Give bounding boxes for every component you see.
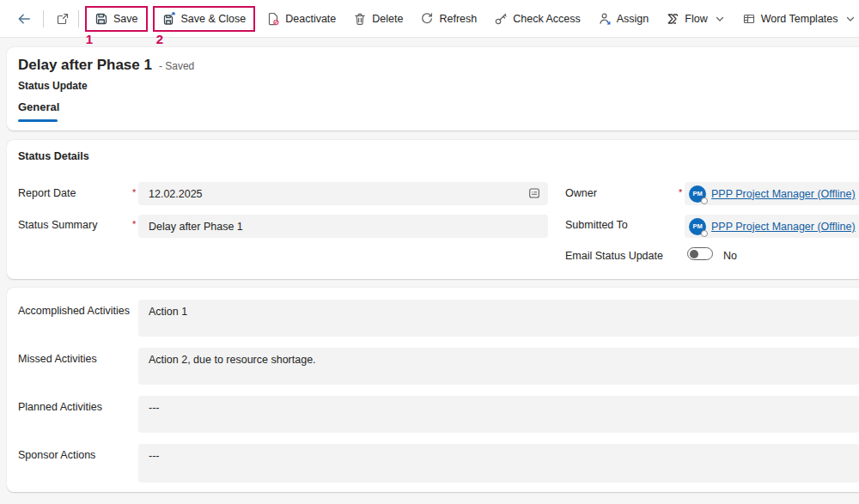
calendar-icon[interactable]	[527, 186, 541, 200]
assign-person-icon	[598, 12, 612, 26]
avatar-initials: PM	[692, 190, 702, 197]
flow-button[interactable]: Flow	[657, 6, 733, 32]
status-summary-value: Delay after Phase 1	[149, 221, 243, 233]
annotation-number-2: 2	[150, 32, 169, 46]
section-title: Status Details	[18, 150, 89, 162]
check-access-button[interactable]: Check Access	[485, 6, 589, 32]
avatar-initials: PM	[692, 222, 702, 230]
missed-activities-field[interactable]: Action 2, due to resource shortage.	[138, 348, 859, 385]
refresh-button-label: Refresh	[439, 13, 477, 25]
planned-activities-label: Planned Activities	[18, 401, 102, 413]
owner-link[interactable]: PPP Project Manager (Offline)	[711, 188, 856, 200]
sponsor-actions-value: ---	[149, 450, 160, 462]
toolbar-divider	[43, 10, 44, 27]
entity-name: Status Update	[18, 80, 88, 92]
tab-general[interactable]: General	[18, 100, 59, 113]
status-summary-field[interactable]: Delay after Phase 1	[138, 215, 548, 238]
deactivate-button-label: Deactivate	[285, 13, 336, 25]
submitted-to-lookup-field[interactable]: PM PPP Project Manager (Offline) ✕	[685, 215, 859, 238]
email-status-update-toggle[interactable]	[687, 247, 713, 260]
owner-lookup-field[interactable]: PM PPP Project Manager (Offline) ✕	[685, 182, 859, 205]
submitted-to-link[interactable]: PPP Project Manager (Offline)	[711, 221, 856, 233]
report-date-label: Report Date	[18, 187, 76, 199]
avatar: PM	[689, 185, 706, 203]
record-header-card: Delay after Phase 1 - Saved Status Updat…	[7, 47, 859, 131]
open-in-new-window-button[interactable]	[51, 7, 75, 31]
assign-button-label: Assign	[617, 13, 649, 25]
chevron-down-icon	[845, 14, 856, 24]
required-asterisk: *	[132, 187, 136, 197]
save-close-icon	[162, 12, 176, 26]
status-summary-label: Status Summary	[18, 219, 97, 231]
annotation-number-1: 1	[80, 32, 99, 46]
owner-label: Owner	[565, 187, 597, 199]
accomplished-activities-label: Accomplished Activities	[18, 305, 130, 317]
word-templates-icon	[742, 12, 756, 26]
page-title: Delay after Phase 1	[18, 57, 152, 74]
word-templates-button-label: Word Templates	[761, 13, 838, 25]
delete-button[interactable]: Delete	[344, 6, 411, 32]
deactivate-icon	[266, 12, 280, 26]
email-status-update-label: Email Status Update	[565, 250, 663, 262]
accomplished-activities-field[interactable]: Action 1	[138, 300, 859, 337]
report-date-field[interactable]: 12.02.2025	[138, 182, 548, 205]
missed-activities-value: Action 2, due to resource shortage.	[149, 354, 316, 366]
sponsor-actions-label: Sponsor Actions	[18, 449, 95, 461]
word-templates-button[interactable]: Word Templates	[734, 6, 859, 32]
accomplished-activities-value: Action 1	[149, 306, 187, 318]
save-and-close-button[interactable]: Save & Close	[155, 8, 253, 30]
status-details-section: Status Details Report Date * 12.02.2025 …	[7, 140, 859, 279]
annotation-box-save: Save	[85, 6, 148, 32]
delete-button-label: Delete	[372, 13, 403, 25]
deactivate-button[interactable]: Deactivate	[258, 6, 344, 32]
save-icon	[94, 12, 108, 26]
presence-offline-badge	[701, 197, 708, 204]
delete-icon	[353, 12, 367, 26]
tab-active-underline	[18, 119, 58, 122]
planned-activities-field[interactable]: ---	[138, 396, 859, 433]
save-button-label: Save	[113, 13, 138, 25]
activities-section: Accomplished Activities Action 1 Missed …	[7, 288, 859, 492]
key-icon	[494, 12, 508, 26]
refresh-button[interactable]: Refresh	[411, 6, 485, 32]
flow-button-label: Flow	[685, 13, 707, 25]
back-arrow-icon	[16, 11, 32, 27]
chevron-down-icon	[715, 14, 725, 24]
refresh-icon	[420, 12, 434, 26]
submitted-to-label: Submitted To	[565, 219, 628, 231]
presence-offline-badge	[701, 230, 708, 237]
email-status-update-value: No	[723, 250, 737, 262]
toolbar-divider	[78, 10, 79, 27]
save-and-close-button-label: Save & Close	[181, 13, 247, 25]
toggle-knob	[690, 250, 698, 258]
check-access-button-label: Check Access	[513, 13, 581, 25]
sponsor-actions-field[interactable]: ---	[138, 444, 859, 483]
required-asterisk: *	[679, 187, 682, 197]
missed-activities-label: Missed Activities	[18, 353, 97, 365]
save-status: - Saved	[159, 60, 194, 72]
annotation-box-save-close: Save & Close	[153, 6, 256, 32]
required-asterisk: *	[132, 219, 136, 229]
assign-button[interactable]: Assign	[589, 6, 658, 32]
popout-icon	[56, 12, 70, 26]
command-bar: Save Save & Close Deactivate Delete Refr…	[0, 0, 859, 38]
save-button[interactable]: Save	[88, 8, 145, 30]
report-date-value: 12.02.2025	[149, 188, 203, 200]
flow-icon	[666, 12, 679, 26]
avatar: PM	[689, 218, 706, 235]
back-button[interactable]	[12, 7, 36, 31]
record-title-row: Delay after Phase 1 - Saved	[18, 57, 194, 74]
planned-activities-value: ---	[149, 402, 160, 414]
